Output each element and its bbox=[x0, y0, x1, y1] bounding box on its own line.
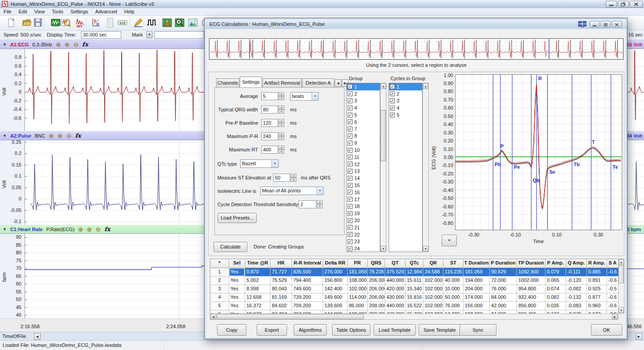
list-item-9[interactable]: ✓9 bbox=[347, 139, 380, 147]
table-vscrollbar[interactable]: ▲▼ bbox=[618, 259, 624, 313]
checkbox-checked-icon[interactable]: ✓ bbox=[348, 176, 353, 181]
cell[interactable]: 24.588 bbox=[423, 268, 443, 277]
cell[interactable]: 794.400 bbox=[292, 277, 323, 285]
cell[interactable]: 156.000 bbox=[464, 302, 490, 310]
cell[interactable]: 19.972 bbox=[245, 310, 271, 313]
open-file-icon[interactable] bbox=[21, 17, 33, 29]
menu-edit[interactable]: Edit bbox=[15, 8, 31, 16]
zoom-out-icon[interactable]: ⊖ bbox=[66, 133, 72, 139]
list-item-4[interactable]: ✓4 bbox=[347, 104, 380, 111]
cell[interactable]: 80.043 bbox=[271, 285, 292, 293]
st-elevation-spinner[interactable]: ▲▼ bbox=[291, 174, 296, 182]
max-rt-spinner[interactable]: ▲▼ bbox=[279, 146, 284, 154]
group-list[interactable]: ✓1✓2✓3✓4✓5✓6✓7✓8✓9✓10✓11✓12✓13✓14✓15✓16✓… bbox=[346, 83, 380, 252]
minimize-button[interactable] bbox=[606, 1, 617, 8]
display-time-input[interactable]: 30.000 sec bbox=[81, 31, 121, 39]
checkbox-checked-icon[interactable]: ✓ bbox=[390, 84, 395, 89]
cell[interactable]: 0.035 bbox=[546, 302, 566, 310]
new-file-icon[interactable] bbox=[5, 17, 17, 29]
cell[interactable]: 14.000 bbox=[443, 310, 464, 313]
cell[interactable]: 709.200 bbox=[292, 302, 323, 310]
cell[interactable]: -0.111 bbox=[566, 268, 587, 277]
cell[interactable]: -0.082 bbox=[566, 285, 587, 293]
cell[interactable]: 900.400 bbox=[517, 310, 546, 313]
cell[interactable]: 181.059 bbox=[348, 268, 368, 277]
cell[interactable]: 0.885 bbox=[587, 268, 607, 277]
list-item-4[interactable]: ✓4 bbox=[389, 104, 422, 111]
cell[interactable]: 208.000 bbox=[368, 302, 385, 310]
function-icon[interactable]: fx bbox=[82, 41, 88, 48]
cell[interactable]: Yes bbox=[229, 268, 245, 277]
list-item-11[interactable]: ✓11 bbox=[347, 154, 380, 161]
cell[interactable]: 84.000 bbox=[490, 310, 517, 313]
view-layout-icon[interactable] bbox=[578, 21, 587, 31]
list-item-21[interactable]: ✓21 bbox=[347, 224, 380, 231]
list-item-19[interactable]: ✓19 bbox=[347, 210, 380, 217]
column-header[interactable]: QR bbox=[423, 259, 443, 268]
cell[interactable]: 856.800 bbox=[517, 302, 546, 310]
cell[interactable]: 102.000 bbox=[423, 310, 443, 313]
save-template-button[interactable]: Save Template bbox=[418, 324, 461, 336]
list-item-3[interactable]: ✓3 bbox=[389, 98, 422, 105]
cell[interactable]: 76.000 bbox=[443, 302, 464, 310]
cell[interactable]: 8.998 bbox=[245, 285, 271, 293]
checkbox-checked-icon[interactable]: ✓ bbox=[390, 113, 395, 118]
average-beat-chart[interactable]: PRTPbPeQbSeTbTe bbox=[455, 74, 622, 230]
calculate-button[interactable]: Calculate bbox=[213, 242, 247, 252]
cell[interactable]: 75.529 bbox=[271, 277, 292, 285]
mark-input[interactable] bbox=[154, 31, 204, 39]
function-icon[interactable]: fx bbox=[104, 226, 110, 232]
cell[interactable]: 142.400 bbox=[323, 285, 348, 293]
preview-icon[interactable] bbox=[60, 17, 72, 29]
list-item-17[interactable]: ✓17 bbox=[347, 196, 380, 203]
cell[interactable]: 90.529 bbox=[490, 268, 517, 277]
cell[interactable]: 1002.000 bbox=[517, 277, 546, 285]
checkbox-checked-icon[interactable]: ✓ bbox=[348, 106, 353, 110]
checkbox-checked-icon[interactable]: ✓ bbox=[348, 197, 353, 202]
average-input[interactable]: 5 bbox=[261, 92, 278, 100]
column-header[interactable]: QRS bbox=[368, 259, 385, 268]
journal-icon[interactable] bbox=[104, 17, 116, 29]
cell[interactable]: 430.000 bbox=[385, 310, 406, 313]
checkbox-checked-icon[interactable]: ✓ bbox=[348, 225, 353, 230]
column-header[interactable]: Time @R bbox=[245, 259, 271, 268]
cycle-threshold-spinner[interactable]: ▲▼ bbox=[317, 200, 323, 208]
tab-settings[interactable]: Settings bbox=[240, 77, 262, 87]
dual-display-icon[interactable] bbox=[187, 17, 199, 29]
cell[interactable]: 15.816 bbox=[406, 293, 423, 302]
cell[interactable]: 144.000 bbox=[323, 310, 348, 313]
menu-advanced[interactable]: Advanced bbox=[92, 8, 121, 16]
cell[interactable]: 10.000 bbox=[443, 285, 464, 293]
menu-settings[interactable]: Settings bbox=[67, 8, 92, 16]
list-item-5[interactable]: ✓5 bbox=[389, 111, 422, 118]
cell[interactable]: 181.059 bbox=[464, 268, 490, 277]
checkbox-checked-icon[interactable]: ✓ bbox=[348, 98, 353, 103]
max-pr-input[interactable]: 240 bbox=[261, 132, 278, 140]
checkbox-checked-icon[interactable]: ✓ bbox=[348, 91, 353, 96]
cell[interactable]: 0.074 bbox=[546, 285, 566, 293]
qrs-width-spinner[interactable]: ▲▼ bbox=[279, 106, 284, 114]
list-item-14[interactable]: ✓14 bbox=[347, 175, 380, 182]
zoom-between-cursors-icon[interactable] bbox=[161, 17, 173, 29]
cell[interactable]: 42.000 bbox=[490, 302, 517, 310]
mark-dropdown-button[interactable]: ▼ bbox=[146, 31, 152, 38]
checkbox-checked-icon[interactable]: ✓ bbox=[348, 148, 353, 153]
cell[interactable]: 116.235 bbox=[443, 268, 464, 277]
load-template-button[interactable]: Load Template bbox=[373, 324, 416, 336]
column-header[interactable]: R-R Interval bbox=[292, 259, 323, 268]
tab-scroll-left[interactable]: ◀ bbox=[335, 79, 341, 87]
cell[interactable]: 932.400 bbox=[517, 293, 546, 302]
scroll-left-button[interactable]: ◀ bbox=[34, 333, 41, 340]
checkbox-checked-icon[interactable]: ✓ bbox=[390, 98, 395, 103]
values-123-icon[interactable]: 123 bbox=[117, 17, 129, 29]
list-item-18[interactable]: ✓18 bbox=[347, 203, 380, 210]
cell[interactable]: 0.960 bbox=[587, 302, 607, 310]
cell[interactable]: Yes bbox=[229, 310, 245, 313]
cycle-threshold-input[interactable]: 2 bbox=[299, 200, 316, 208]
xy-plot-icon[interactable]: YX bbox=[90, 17, 102, 29]
column-header[interactable]: P Amp. bbox=[546, 259, 566, 268]
column-header[interactable]: QT bbox=[385, 259, 406, 268]
menu-tools[interactable]: Tools bbox=[48, 8, 67, 16]
cell[interactable]: 707.600 bbox=[292, 310, 323, 313]
checkbox-checked-icon[interactable]: ✓ bbox=[348, 183, 353, 188]
